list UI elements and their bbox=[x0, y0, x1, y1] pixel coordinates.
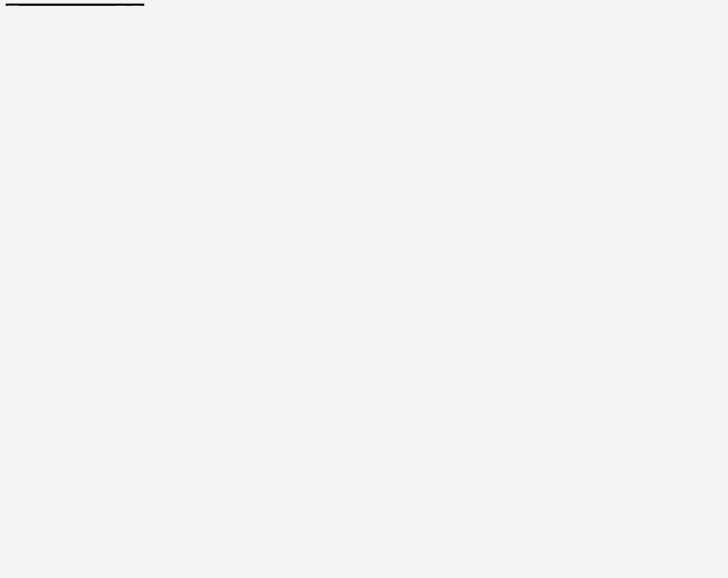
chevron-down-icon bbox=[127, 5, 129, 6]
globe-icon bbox=[132, 5, 134, 6]
main-window: ALLDATA Contact Us English Vehicles Book… bbox=[6, 4, 144, 6]
contact-us-button[interactable]: Contact Us bbox=[116, 5, 129, 6]
mail-icon bbox=[116, 5, 118, 6]
language-button[interactable]: English bbox=[132, 5, 142, 6]
logo: ALLDATA bbox=[8, 5, 18, 6]
language-label: English bbox=[134, 5, 140, 6]
chevron-down-icon bbox=[140, 5, 142, 6]
titlebar-actions: Contact Us English bbox=[116, 5, 142, 6]
contact-label: Contact Us bbox=[119, 5, 127, 6]
titlebar: ALLDATA Contact Us English bbox=[6, 4, 144, 6]
